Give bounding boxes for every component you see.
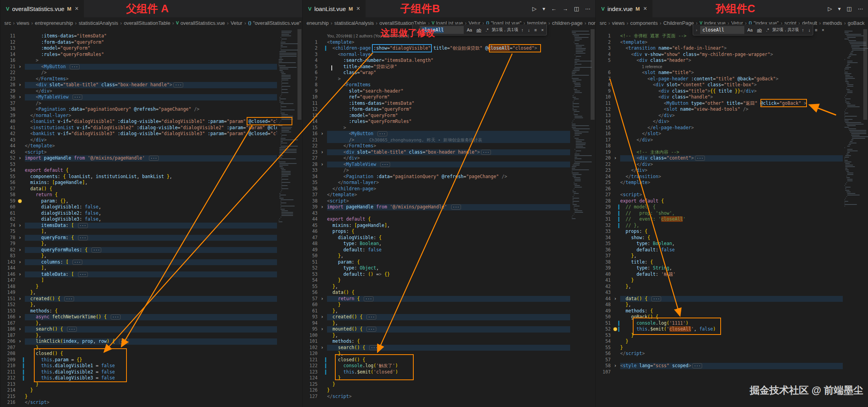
line-number[interactable]: 56 bbox=[303, 290, 318, 296]
code-line[interactable]: 187 }, bbox=[0, 333, 277, 339]
line-number[interactable]: 206 bbox=[0, 338, 15, 345]
code-line[interactable]: 11 :items-datas="itemsData" bbox=[303, 100, 570, 107]
code-line[interactable]: 5 <div class="header"> bbox=[596, 58, 843, 64]
line-number[interactable]: 60 bbox=[0, 204, 15, 210]
breadcrumb-item[interactable]: {}"overallStatistics.vue" bbox=[248, 20, 301, 26]
code-line[interactable]: 7 > bbox=[303, 76, 570, 82]
breadcrumb-item[interactable]: src bbox=[4, 20, 11, 26]
code-line[interactable]: 56 data() { bbox=[303, 290, 570, 296]
match-case-button[interactable]: Aa bbox=[746, 27, 754, 33]
split-editor-button[interactable]: ◫ bbox=[847, 6, 852, 12]
line-number[interactable]: 123 bbox=[303, 369, 318, 375]
close-tab-icon[interactable]: × bbox=[357, 5, 360, 12]
code-line[interactable]: 120 }, bbox=[303, 351, 570, 357]
line-number[interactable]: 126 bbox=[303, 387, 318, 394]
code-line[interactable]: 59 param: {}, bbox=[0, 198, 277, 204]
line-number[interactable]: 43 bbox=[0, 137, 15, 143]
line-number[interactable]: 167 bbox=[0, 320, 15, 327]
line-number[interactable]: 100 bbox=[303, 333, 318, 339]
line-number[interactable]: 1 bbox=[596, 33, 611, 39]
line-number[interactable]: 121 bbox=[303, 357, 318, 363]
code-line[interactable]: 57 data() { bbox=[0, 186, 277, 192]
code-line[interactable]: 95› mounted() { ··· bbox=[303, 326, 570, 333]
line-number[interactable]: 5 bbox=[596, 58, 611, 64]
whole-word-button[interactable]: ab bbox=[756, 27, 763, 33]
line-number[interactable]: 35 bbox=[303, 180, 318, 186]
code-line[interactable]: 125 } bbox=[303, 381, 570, 388]
find-close-button[interactable]: × bbox=[820, 27, 825, 33]
code-line[interactable]: 4 <div v-show="show" class="my-children-… bbox=[596, 52, 843, 58]
run-dropdown-icon[interactable]: ▾ bbox=[543, 6, 545, 12]
line-number[interactable]: 37 bbox=[0, 100, 15, 107]
line-number[interactable]: 78 bbox=[0, 235, 15, 241]
line-number[interactable]: 43 bbox=[303, 210, 318, 217]
line-number[interactable]: 36 bbox=[303, 186, 318, 192]
line-number[interactable]: 57 bbox=[303, 296, 318, 302]
line-number[interactable]: 209 bbox=[0, 357, 15, 363]
line-number[interactable]: 4 bbox=[596, 52, 611, 58]
code-line[interactable]: 26 bbox=[596, 186, 843, 192]
code-line[interactable]: 42 <bankList v-if="dialogVisible3" :dial… bbox=[0, 131, 277, 137]
line-number[interactable]: 152 bbox=[0, 302, 15, 308]
line-number[interactable]: 39 bbox=[596, 265, 611, 271]
code-line[interactable]: 55} bbox=[596, 345, 843, 351]
line-number[interactable]: 59 bbox=[0, 198, 15, 204]
code-line[interactable]: 33 props: { bbox=[596, 229, 843, 235]
find-toggle-replace-icon[interactable]: › bbox=[695, 28, 698, 32]
scrollbar[interactable] bbox=[590, 28, 595, 407]
line-number[interactable]: 22 bbox=[0, 70, 15, 76]
line-number[interactable]: 35 bbox=[596, 241, 611, 247]
breadcrumb-item[interactable]: VoverallStatistics.vue bbox=[176, 20, 225, 26]
code-line[interactable]: 12 :form-datas="queryForm" bbox=[0, 39, 277, 46]
code-line[interactable]: 34 <Pagination :data="paginationQuery" @… bbox=[303, 174, 570, 180]
line-number[interactable]: 38 bbox=[0, 106, 15, 113]
line-number[interactable]: 38 bbox=[596, 259, 611, 266]
code-line[interactable]: 54export default { bbox=[0, 167, 277, 174]
line-number[interactable]: 24 bbox=[596, 174, 611, 180]
code-line[interactable]: 36 default: false bbox=[596, 247, 843, 253]
find-in-selection-button[interactable]: ≡ bbox=[533, 27, 538, 33]
code-line[interactable]: 14 :rules="queryFormRules" bbox=[303, 119, 570, 125]
line-number[interactable]: 216 bbox=[0, 400, 15, 406]
tab-index-vue[interactable]: Vindex.vueM× bbox=[596, 0, 652, 17]
line-number[interactable]: 4 bbox=[303, 58, 318, 64]
code-line[interactable]: 23 </FormItems> bbox=[0, 76, 277, 82]
code-line[interactable]: 22 /> bbox=[0, 70, 277, 76]
line-number[interactable]: 58 bbox=[0, 192, 15, 198]
line-number[interactable]: 57 bbox=[0, 186, 15, 192]
line-number[interactable]: 39 bbox=[0, 113, 15, 119]
code-line[interactable]: 122 console.log('触发了') bbox=[303, 363, 570, 369]
line-number[interactable]: 44 bbox=[303, 216, 318, 223]
line-number[interactable]: 55 bbox=[596, 345, 611, 351]
line-number[interactable]: 27 bbox=[596, 192, 611, 198]
fold-chevron-icon[interactable]: › bbox=[19, 247, 21, 253]
line-number[interactable]: 3 bbox=[596, 45, 611, 52]
code-line[interactable]: 107 bbox=[596, 369, 843, 375]
code-line[interactable]: 94 }, bbox=[303, 320, 570, 327]
line-number[interactable]: 7 bbox=[303, 76, 318, 82]
code-line[interactable]: 27<script> bbox=[596, 192, 843, 198]
line-number[interactable]: 42 bbox=[596, 284, 611, 290]
code-line[interactable]: 29 </div> bbox=[0, 88, 277, 95]
line-number[interactable]: 29 bbox=[596, 204, 611, 210]
line-number[interactable]: 75 bbox=[0, 229, 15, 235]
line-number[interactable]: 213 bbox=[0, 381, 15, 388]
line-number[interactable]: 23 bbox=[0, 76, 15, 82]
line-number[interactable]: 6 bbox=[596, 70, 611, 76]
code-line[interactable]: 32 // }, bbox=[596, 223, 843, 229]
line-number[interactable]: 54 bbox=[0, 167, 15, 174]
code-line[interactable]: 57› return { ··· bbox=[303, 296, 570, 302]
line-number[interactable]: 74 bbox=[0, 223, 15, 229]
code-line[interactable]: 37 }, bbox=[596, 253, 843, 259]
line-number[interactable]: 28 bbox=[0, 82, 15, 88]
line-number[interactable]: 208 bbox=[0, 351, 15, 357]
code-line[interactable]: 25</template> bbox=[596, 180, 843, 186]
code-line[interactable]: 13 :model="queryForm" bbox=[0, 45, 277, 52]
scrollbar[interactable] bbox=[862, 28, 868, 407]
line-number[interactable]: 22 bbox=[596, 162, 611, 168]
line-number[interactable]: 147 bbox=[0, 277, 15, 284]
line-number[interactable]: 31 bbox=[596, 216, 611, 223]
line-number[interactable]: 34 bbox=[596, 235, 611, 241]
line-number[interactable]: 48 bbox=[596, 302, 611, 308]
code-line[interactable]: 9 slot="search-header" bbox=[303, 88, 570, 95]
